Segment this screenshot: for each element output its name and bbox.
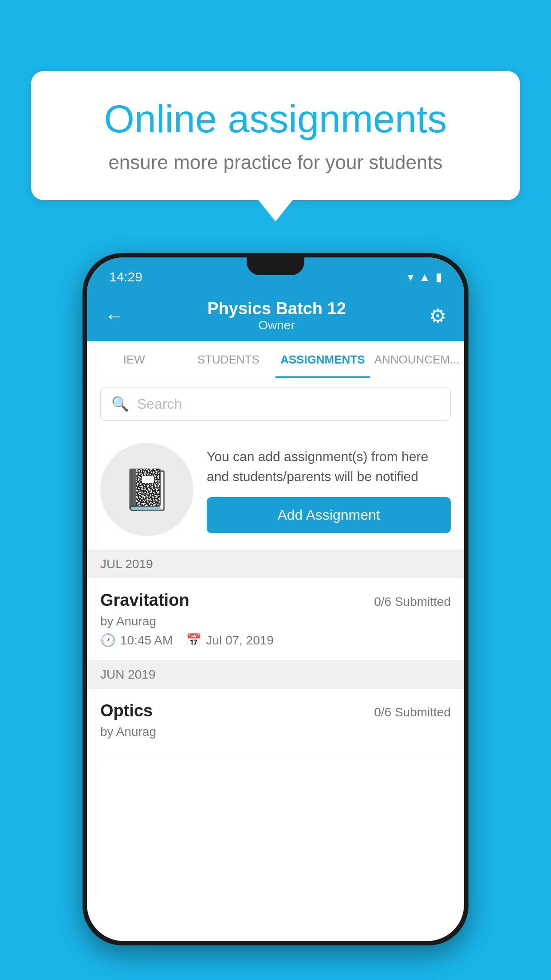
section-header-jun: JUN 2019 [87,660,464,689]
search-bar[interactable]: 🔍 Search [100,387,451,421]
assignment-item-optics[interactable]: Optics 0/6 Submitted by Anurag [87,689,464,756]
status-time: 14:29 [109,269,142,285]
wifi-icon: ▾ [408,270,413,284]
calendar-icon: 📅 [186,633,201,648]
back-button[interactable]: ← [105,305,124,327]
meta-date-value: Jul 07, 2019 [206,633,274,648]
app-header: ← Physics Batch 12 Owner ⚙ [87,289,464,341]
section-label-jun: JUN 2019 [100,668,156,681]
tab-assignments[interactable]: ASSIGNMENTS [276,341,370,378]
promo-card: 📓 You can add assignment(s) from here an… [87,430,464,550]
header-title: Physics Batch 12 [207,299,346,318]
search-placeholder: Search [137,396,182,412]
assignment-name-gravitation: Gravitation [100,591,189,610]
bubble-title: Online assignments [62,98,489,141]
phone-shell: 14:29 ▾ ▲ ▮ ← Physics Batch 12 Owner ⚙ I… [83,253,468,945]
tab-iew[interactable]: IEW [87,341,181,378]
meta-time-gravitation: 🕐 10:45 AM [100,633,173,648]
clock-icon: 🕐 [100,633,116,648]
promo-content: You can add assignment(s) from here and … [207,447,451,533]
header-subtitle: Owner [207,318,346,332]
tab-announcements[interactable]: ANNOUNCEM... [370,341,464,378]
tab-students[interactable]: STUDENTS [181,341,276,378]
phone-notch [247,257,304,275]
add-assignment-button[interactable]: Add Assignment [207,497,451,533]
assignment-item-gravitation[interactable]: Gravitation 0/6 Submitted by Anurag 🕐 10… [87,578,464,660]
section-label-jul: JUL 2019 [100,557,153,571]
speech-bubble-container: Online assignments ensure more practice … [31,71,520,200]
assignment-row-top-optics: Optics 0/6 Submitted [100,701,451,720]
header-center: Physics Batch 12 Owner [207,299,346,332]
bubble-subtitle: ensure more practice for your students [62,151,489,174]
assignment-name-optics: Optics [100,701,153,720]
gear-icon[interactable]: ⚙ [429,304,446,327]
promo-icon-circle: 📓 [100,443,193,536]
signal-icon: ▲ [419,270,430,284]
assignment-submitted-optics: 0/6 Submitted [374,705,451,719]
promo-text: You can add assignment(s) from here and … [207,447,451,486]
assignment-by-gravitation: by Anurag [100,614,451,628]
battery-icon: ▮ [436,270,442,284]
phone-screen: 14:29 ▾ ▲ ▮ ← Physics Batch 12 Owner ⚙ I… [87,257,464,941]
assignment-submitted-gravitation: 0/6 Submitted [374,595,451,609]
tabs-bar: IEW STUDENTS ASSIGNMENTS ANNOUNCEM... [87,341,464,378]
notebook-icon: 📓 [122,466,172,513]
assignment-by-optics: by Anurag [100,725,451,739]
search-container: 🔍 Search [87,378,464,430]
assignment-meta-gravitation: 🕐 10:45 AM 📅 Jul 07, 2019 [100,633,451,648]
assignment-row-top: Gravitation 0/6 Submitted [100,591,451,610]
speech-bubble: Online assignments ensure more practice … [31,71,520,200]
search-icon: 🔍 [111,395,129,412]
status-icons: ▾ ▲ ▮ [408,270,442,284]
meta-time-value: 10:45 AM [120,633,173,648]
meta-date-gravitation: 📅 Jul 07, 2019 [186,633,274,648]
section-header-jul: JUL 2019 [87,550,464,578]
phone-mockup: 14:29 ▾ ▲ ▮ ← Physics Batch 12 Owner ⚙ I… [83,253,468,945]
